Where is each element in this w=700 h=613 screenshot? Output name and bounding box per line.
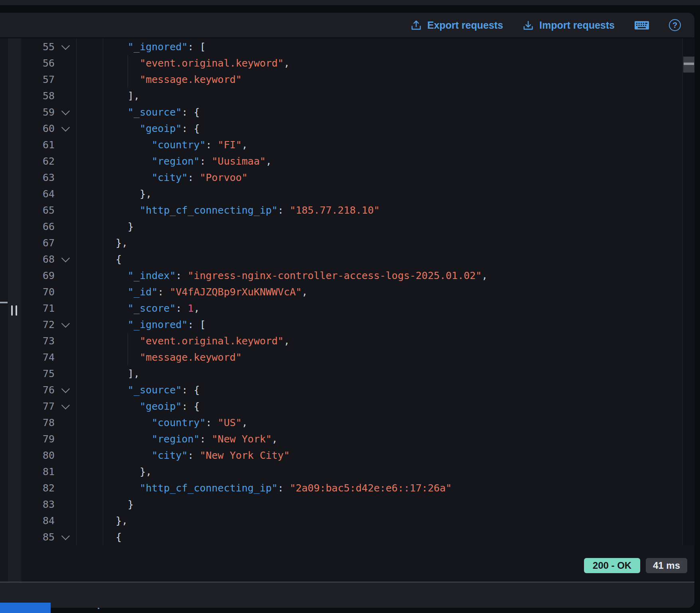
line-number: 74 [0, 349, 55, 365]
code-line-text: }, [76, 464, 152, 480]
code-line-85: 85 { [0, 529, 682, 545]
fold-chevron-icon[interactable] [55, 120, 76, 137]
line-number: 82 [0, 480, 55, 496]
line-number: 69 [0, 267, 55, 284]
export-requests-button[interactable]: Export requests [408, 19, 505, 31]
line-number: 56 [0, 55, 55, 71]
fold-chevron-icon[interactable] [55, 529, 76, 545]
code-line-68: 68 { [0, 251, 682, 267]
code-line-text: "_index": "ingress-nginx-controller-acce… [76, 267, 488, 284]
download-icon [522, 19, 534, 31]
code-line-text: "_id": "V4fAJZQBp9rXuKNWWVcA", [76, 284, 308, 300]
line-number: 64 [0, 186, 55, 202]
fold-spacer [55, 267, 76, 284]
export-requests-label: Export requests [427, 20, 503, 31]
line-number: 76 [0, 382, 55, 398]
code-line-text: }, [76, 513, 128, 529]
bottom-collapsed-panel [0, 583, 694, 608]
code-line-text: "city": "New York City" [76, 447, 290, 464]
line-number: 67 [0, 235, 55, 251]
code-line-73: 73 "event.original.keyword", [0, 333, 682, 349]
fold-chevron-icon[interactable] [55, 382, 76, 398]
fold-chevron-icon[interactable] [55, 251, 76, 267]
code-line-65: 65 "http_cf_connecting_ip": "185.77.218.… [0, 202, 682, 218]
code-line-67: 67 }, [0, 235, 682, 251]
help-button[interactable]: ? [667, 19, 683, 31]
fold-spacer [55, 349, 76, 365]
line-number: 63 [0, 169, 55, 186]
line-number: 78 [0, 415, 55, 431]
fold-spacer [55, 431, 76, 447]
code-line-text: { [76, 251, 122, 267]
code-line-80: 80 "city": "New York City" [0, 447, 682, 464]
line-number: 60 [0, 120, 55, 137]
import-requests-button[interactable]: Import requests [520, 19, 617, 31]
scrollbar-marker [684, 63, 694, 65]
console-page: Export requests Import requests [0, 0, 700, 613]
code-line-64: 64 }, [0, 186, 682, 202]
fold-spacer [55, 71, 76, 88]
code-line-84: 84 }, [0, 513, 682, 529]
line-number: 59 [0, 104, 55, 120]
fold-spacer [55, 55, 76, 71]
code-line-text: }, [76, 235, 128, 251]
line-number: 61 [0, 137, 55, 153]
code-line-text: "_score": 1, [76, 300, 200, 316]
code-line-82: 82 "http_cf_connecting_ip": "2a09:bac5:d… [0, 480, 682, 496]
fold-chevron-icon[interactable] [55, 316, 76, 333]
fold-spacer [55, 464, 76, 480]
keyboard-icon [634, 19, 650, 31]
fold-spacer [55, 88, 76, 104]
scrollbar[interactable] [682, 38, 695, 545]
fold-spacer [55, 447, 76, 464]
fold-spacer [55, 186, 76, 202]
fold-chevron-icon[interactable] [55, 398, 76, 415]
fold-spacer [55, 284, 76, 300]
line-number: 80 [0, 447, 55, 464]
code-line-66: 66 } [0, 218, 682, 235]
code-line-55: 55 "_ignored": [ [0, 39, 682, 55]
code-line-77: 77 "geoip": { [0, 398, 682, 415]
code-line-74: 74 "message.keyword" [0, 349, 682, 365]
fold-spacer [55, 235, 76, 251]
line-number: 55 [0, 39, 55, 55]
fold-spacer [55, 333, 76, 349]
line-number: 77 [0, 398, 55, 415]
code-line-text: "_source": { [76, 104, 200, 120]
code-line-56: 56 "event.original.keyword", [0, 55, 682, 71]
code-line-72: 72 "_ignored": [ [0, 316, 682, 333]
line-number: 83 [0, 496, 55, 513]
code-line-text: ], [76, 365, 140, 382]
code-line-57: 57 "message.keyword" [0, 71, 682, 88]
fold-spacer [55, 415, 76, 431]
code-line-58: 58 ], [0, 88, 682, 104]
code-line-text: "country": "US", [76, 415, 248, 431]
fold-spacer [55, 137, 76, 153]
help-icon: ? [669, 19, 681, 31]
line-number: 71 [0, 300, 55, 316]
code-line-60: 60 "geoip": { [0, 120, 682, 137]
code-line-76: 76 "_source": { [0, 382, 682, 398]
fold-spacer [55, 365, 76, 382]
send-request-button-partial[interactable] [0, 603, 51, 613]
keyboard-shortcuts-button[interactable] [631, 19, 652, 31]
code-line-78: 78 "country": "US", [0, 415, 682, 431]
fold-spacer [55, 169, 76, 186]
line-number: 75 [0, 365, 55, 382]
output-code-area[interactable]: 55 "_ignored": [56 "event.original.keywo… [0, 39, 682, 545]
fold-chevron-icon[interactable] [55, 39, 76, 55]
fold-spacer [55, 513, 76, 529]
fold-spacer [55, 153, 76, 169]
code-line-81: 81 }, [0, 464, 682, 480]
code-line-text: "_ignored": [ [76, 39, 206, 55]
fold-chevron-icon[interactable] [55, 104, 76, 120]
line-number: 81 [0, 464, 55, 480]
line-number: 79 [0, 431, 55, 447]
code-line-text: "geoip": { [76, 120, 200, 137]
code-line-text: "event.original.keyword", [76, 55, 290, 71]
upload-icon [410, 19, 422, 31]
line-number: 65 [0, 202, 55, 218]
code-line-62: 62 "region": "Uusimaa", [0, 153, 682, 169]
line-number: 73 [0, 333, 55, 349]
code-line-text: "http_cf_connecting_ip": "185.77.218.10" [76, 202, 380, 218]
